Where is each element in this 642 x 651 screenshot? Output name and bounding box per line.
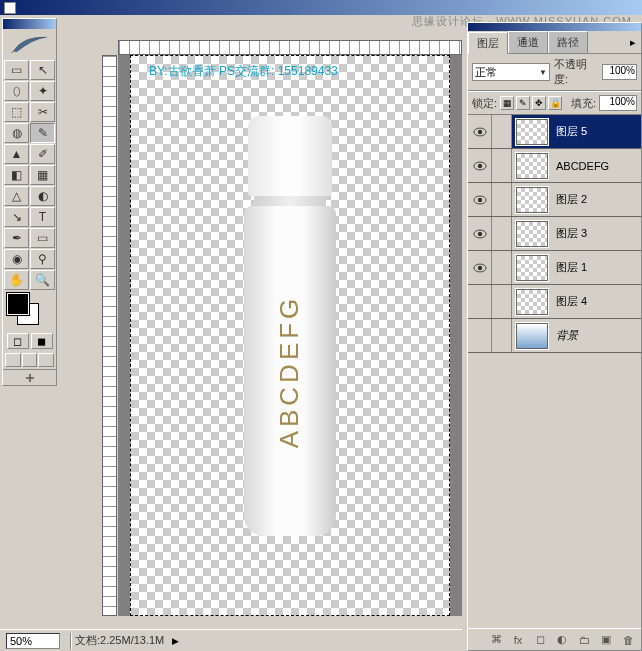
layer-row[interactable]: 图层 2 bbox=[468, 183, 641, 217]
fill-input[interactable]: 100% bbox=[599, 95, 637, 111]
visibility-toggle[interactable] bbox=[468, 251, 492, 284]
layer-thumbnail[interactable] bbox=[516, 153, 548, 179]
svg-point-8 bbox=[477, 231, 481, 235]
screen-full-menu[interactable] bbox=[22, 353, 38, 367]
tool-crop[interactable]: ⬚ bbox=[4, 102, 29, 122]
lock-position-icon[interactable]: ✥ bbox=[532, 96, 546, 110]
layer-name[interactable]: 背景 bbox=[552, 328, 578, 343]
tool-brush[interactable]: ✎ bbox=[30, 123, 55, 143]
tool-hand[interactable]: ✋ bbox=[4, 270, 29, 290]
layer-row[interactable]: 图层 1 bbox=[468, 251, 641, 285]
layer-row[interactable]: 图层 5 bbox=[468, 115, 641, 149]
statusbar: 50% 文档:2.25M/13.1M ▶ bbox=[0, 629, 462, 651]
tab-layers[interactable]: 图层 bbox=[468, 32, 508, 54]
visibility-toggle[interactable] bbox=[468, 319, 492, 352]
tool-grid: ▭ ↖ ⬯ ✦ ⬚ ✂ ◍ ✎ ▲ ✐ ◧ ▦ △ ◐ ↘ T ✒ ▭ ◉ ⚲ … bbox=[3, 59, 56, 291]
tool-stamp[interactable]: ▲ bbox=[4, 144, 29, 164]
lock-all-icon[interactable]: 🔒 bbox=[548, 96, 562, 110]
visibility-toggle[interactable] bbox=[468, 183, 492, 216]
layer-thumbnail[interactable] bbox=[516, 221, 548, 247]
layer-mask-icon[interactable]: ◻ bbox=[531, 632, 549, 648]
link-cell[interactable] bbox=[492, 115, 512, 148]
quickmask-mode[interactable]: ◼ bbox=[31, 333, 53, 349]
canvas-viewport[interactable]: BY:古欲香萧 PS交流群: 155189433 ABCDEFG bbox=[118, 55, 462, 616]
canvas[interactable]: BY:古欲香萧 PS交流群: 155189433 ABCDEFG bbox=[130, 55, 450, 616]
layer-thumbnail[interactable] bbox=[516, 255, 548, 281]
svg-point-10 bbox=[477, 265, 481, 269]
layer-thumbnail[interactable] bbox=[516, 119, 548, 145]
tool-notes[interactable]: ◉ bbox=[4, 249, 29, 269]
jump-to[interactable] bbox=[3, 369, 56, 385]
link-cell[interactable] bbox=[492, 319, 512, 352]
layer-name[interactable]: 图层 2 bbox=[552, 192, 587, 207]
tab-paths[interactable]: 路径 bbox=[548, 31, 588, 53]
layer-style-icon[interactable]: fx bbox=[509, 632, 527, 648]
tool-dodge[interactable]: ◐ bbox=[30, 186, 55, 206]
layer-name[interactable]: 图层 1 bbox=[552, 260, 587, 275]
svg-point-2 bbox=[477, 129, 481, 133]
status-menu-arrow[interactable]: ▶ bbox=[172, 636, 179, 646]
tool-path[interactable]: ↘ bbox=[4, 207, 29, 227]
tool-pen[interactable]: ✒ bbox=[4, 228, 29, 248]
tool-eyedrop[interactable]: ⚲ bbox=[30, 249, 55, 269]
visibility-toggle[interactable] bbox=[468, 149, 492, 182]
layer-thumbnail[interactable] bbox=[516, 289, 548, 315]
link-cell[interactable] bbox=[492, 251, 512, 284]
tool-eraser[interactable]: ◧ bbox=[4, 165, 29, 185]
tool-slice[interactable]: ✂ bbox=[30, 102, 55, 122]
doc-icon bbox=[4, 2, 16, 14]
tool-history[interactable]: ✐ bbox=[30, 144, 55, 164]
layer-thumbnail[interactable] bbox=[516, 187, 548, 213]
link-cell[interactable] bbox=[492, 183, 512, 216]
layer-row[interactable]: 图层 3 bbox=[468, 217, 641, 251]
new-layer-icon[interactable]: ▣ bbox=[597, 632, 615, 648]
layer-name[interactable]: 图层 3 bbox=[552, 226, 587, 241]
layer-row[interactable]: 图层 4 bbox=[468, 285, 641, 319]
lock-image-icon[interactable]: ✎ bbox=[516, 96, 530, 110]
layer-name[interactable]: 图层 5 bbox=[552, 124, 587, 139]
link-cell[interactable] bbox=[492, 149, 512, 182]
color-swatches[interactable] bbox=[3, 291, 56, 331]
tool-gradient[interactable]: ▦ bbox=[30, 165, 55, 185]
layers-panel-header[interactable] bbox=[468, 23, 641, 31]
bottle-neck bbox=[254, 196, 326, 206]
layer-thumbnail[interactable] bbox=[516, 323, 548, 349]
separator bbox=[70, 633, 71, 649]
opacity-input[interactable]: 100% bbox=[602, 64, 637, 80]
standard-mode[interactable]: ◻ bbox=[7, 333, 29, 349]
zoom-input[interactable]: 50% bbox=[6, 633, 60, 649]
link-layers-icon[interactable]: ⌘ bbox=[487, 632, 505, 648]
tool-lasso[interactable]: ⬯ bbox=[4, 81, 29, 101]
tab-channels[interactable]: 通道 bbox=[508, 31, 548, 53]
panel-menu-icon[interactable]: ▸ bbox=[625, 31, 641, 53]
visibility-toggle[interactable] bbox=[468, 115, 492, 148]
tool-heal[interactable]: ◍ bbox=[4, 123, 29, 143]
delete-layer-icon[interactable]: 🗑 bbox=[619, 632, 637, 648]
tool-type[interactable]: T bbox=[30, 207, 55, 227]
toolbox-panel: ▭ ↖ ⬯ ✦ ⬚ ✂ ◍ ✎ ▲ ✐ ◧ ▦ △ ◐ ↘ T ✒ ▭ ◉ ⚲ … bbox=[2, 18, 57, 386]
tool-zoom[interactable]: 🔍 bbox=[30, 270, 55, 290]
opacity-label: 不透明度: bbox=[554, 57, 598, 87]
lock-transparent-icon[interactable]: ▦ bbox=[500, 96, 514, 110]
visibility-toggle[interactable] bbox=[468, 285, 492, 318]
layer-name[interactable]: 图层 4 bbox=[552, 294, 587, 309]
tool-shape[interactable]: ▭ bbox=[30, 228, 55, 248]
new-group-icon[interactable]: 🗀 bbox=[575, 632, 593, 648]
visibility-toggle[interactable] bbox=[468, 217, 492, 250]
new-fill-icon[interactable]: ◐ bbox=[553, 632, 571, 648]
blend-mode-select[interactable]: 正常 bbox=[472, 63, 550, 81]
tool-move[interactable]: ↖ bbox=[30, 60, 55, 80]
layer-row[interactable]: ABCDEFG bbox=[468, 149, 641, 183]
layer-name[interactable]: ABCDEFG bbox=[552, 160, 609, 172]
screen-full[interactable] bbox=[38, 353, 54, 367]
tool-marquee[interactable]: ▭ bbox=[4, 60, 29, 80]
foreground-color[interactable] bbox=[7, 293, 29, 315]
layer-list: 图层 5ABCDEFG图层 2图层 3图层 1图层 4背景 bbox=[468, 115, 641, 353]
link-cell[interactable] bbox=[492, 217, 512, 250]
layer-row[interactable]: 背景 bbox=[468, 319, 641, 353]
link-cell[interactable] bbox=[492, 285, 512, 318]
screen-standard[interactable] bbox=[5, 353, 21, 367]
tool-wand[interactable]: ✦ bbox=[30, 81, 55, 101]
tool-blur[interactable]: △ bbox=[4, 186, 29, 206]
lock-label: 锁定: bbox=[472, 96, 497, 111]
